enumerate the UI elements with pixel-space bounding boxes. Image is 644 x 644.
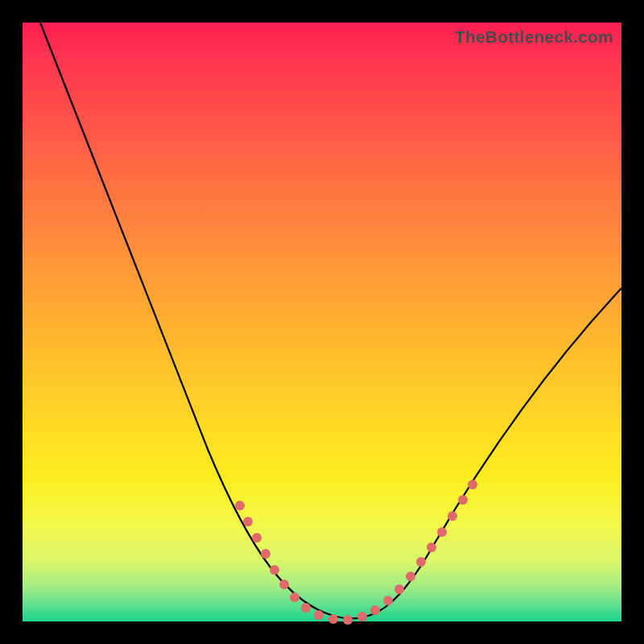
svg-point-2 <box>252 533 262 543</box>
svg-point-19 <box>448 511 457 521</box>
svg-point-3 <box>261 549 270 559</box>
svg-point-1 <box>243 517 253 526</box>
chart-frame: TheBottleneck.com <box>0 0 644 644</box>
highlight-dots <box>235 480 477 625</box>
svg-point-9 <box>328 614 338 624</box>
svg-point-15 <box>406 572 415 581</box>
svg-point-17 <box>427 543 436 552</box>
svg-point-11 <box>357 612 367 621</box>
plot-area: TheBottleneck.com <box>23 23 621 621</box>
svg-point-6 <box>290 592 299 602</box>
svg-point-10 <box>343 615 353 625</box>
bottleneck-curve <box>23 23 621 621</box>
svg-point-8 <box>314 610 324 620</box>
svg-point-4 <box>270 565 279 575</box>
svg-point-20 <box>458 495 468 505</box>
svg-point-21 <box>468 480 477 489</box>
svg-point-5 <box>279 580 289 589</box>
svg-point-12 <box>370 605 380 615</box>
svg-point-14 <box>394 584 404 594</box>
svg-point-16 <box>416 557 426 567</box>
svg-point-13 <box>383 596 393 605</box>
svg-point-7 <box>301 603 311 613</box>
svg-point-18 <box>437 527 447 537</box>
curve-path <box>40 23 621 618</box>
svg-point-0 <box>235 501 245 510</box>
